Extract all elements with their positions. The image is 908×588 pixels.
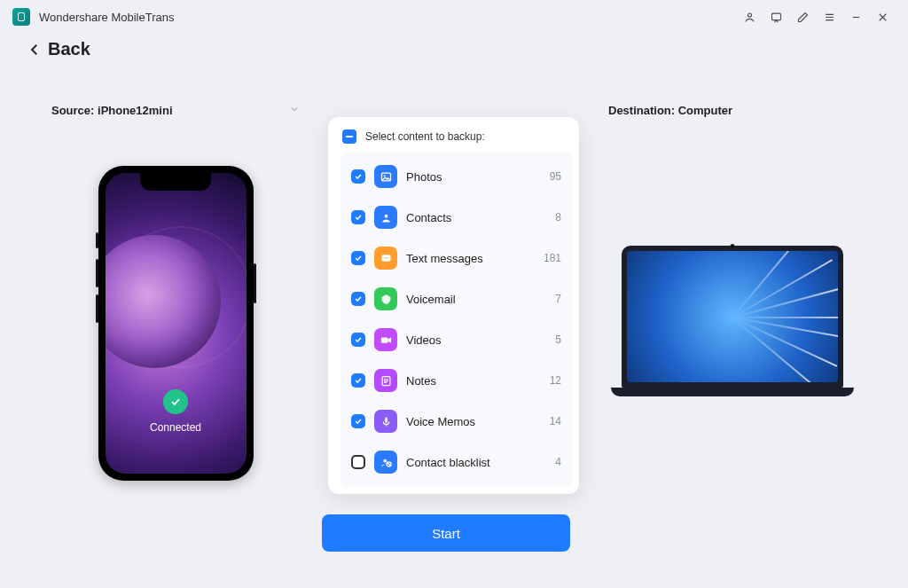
item-checkbox[interactable] xyxy=(351,455,365,469)
list-item[interactable]: Calendar7 xyxy=(344,482,568,487)
photos-icon xyxy=(374,165,397,188)
list-item[interactable]: Voice Memos14 xyxy=(344,401,568,442)
item-count: 95 xyxy=(550,170,561,183)
item-checkbox[interactable] xyxy=(351,333,365,347)
voicememo-icon xyxy=(374,410,397,433)
list-item[interactable]: Contacts8 xyxy=(344,197,568,238)
source-column: Source: iPhone12mini xyxy=(51,104,300,481)
svg-rect-10 xyxy=(380,337,387,342)
content-panel: Select content to backup: Photos95Contac… xyxy=(328,117,579,494)
messages-icon xyxy=(374,247,397,270)
item-count: 4 xyxy=(555,456,561,468)
connection-status: Connected xyxy=(150,389,201,434)
item-label: Text messages xyxy=(406,252,535,265)
menu-icon[interactable] xyxy=(816,4,842,30)
source-device-image: Connected xyxy=(98,166,254,481)
item-label: Voice Memos xyxy=(406,415,541,428)
item-checkbox[interactable] xyxy=(351,373,365,388)
chevron-down-icon xyxy=(289,104,300,117)
notes-icon xyxy=(374,369,397,392)
svg-point-1 xyxy=(748,13,751,17)
item-label: Contact blacklist xyxy=(406,456,546,469)
svg-rect-2 xyxy=(771,13,780,20)
item-label: Photos xyxy=(406,170,541,184)
close-button[interactable] xyxy=(869,4,896,30)
item-count: 7 xyxy=(555,293,561,305)
check-icon xyxy=(163,389,188,414)
blacklist-icon xyxy=(374,451,397,474)
select-all-checkbox[interactable] xyxy=(342,129,356,144)
list-item[interactable]: Text messages181 xyxy=(344,238,568,278)
item-count: 181 xyxy=(544,252,561,264)
svg-rect-0 xyxy=(19,13,25,21)
destination-device: Computer xyxy=(678,104,732,117)
item-checkbox[interactable] xyxy=(351,210,365,224)
item-count: 8 xyxy=(555,211,561,223)
source-select[interactable]: Source: iPhone12mini xyxy=(51,104,300,117)
app-title: Wondershare MobileTrans xyxy=(39,11,174,24)
destination-prefix: Destination: xyxy=(608,104,678,117)
source-prefix: Source: xyxy=(51,104,98,117)
destination-column: Destination: Computer xyxy=(608,104,857,396)
title-bar: Wondershare MobileTrans xyxy=(0,0,908,34)
list-item[interactable]: Videos5 xyxy=(344,319,568,360)
feedback-icon[interactable] xyxy=(763,4,789,30)
item-label: Voicemail xyxy=(406,293,546,306)
panel-title: Select content to backup: xyxy=(365,130,485,143)
destination-label: Destination: Computer xyxy=(608,104,857,117)
svg-point-8 xyxy=(385,257,386,258)
app-logo-icon xyxy=(12,8,30,26)
svg-point-5 xyxy=(384,214,387,217)
item-count: 12 xyxy=(550,374,561,387)
item-label: Contacts xyxy=(406,211,546,224)
videos-icon xyxy=(374,328,397,351)
voicemail-icon xyxy=(374,287,397,310)
status-text: Connected xyxy=(150,421,201,434)
item-checkbox[interactable] xyxy=(351,251,365,265)
item-count: 5 xyxy=(555,333,561,346)
svg-point-13 xyxy=(383,459,387,462)
list-item[interactable]: Photos95 xyxy=(344,156,568,197)
svg-rect-12 xyxy=(385,417,387,422)
minimize-button[interactable] xyxy=(842,4,869,30)
svg-point-7 xyxy=(384,257,385,258)
start-button[interactable]: Start xyxy=(322,514,570,552)
svg-point-9 xyxy=(387,257,387,258)
svg-point-4 xyxy=(383,175,385,176)
list-item[interactable]: Voicemail7 xyxy=(344,278,568,319)
item-checkbox[interactable] xyxy=(351,414,365,428)
back-button[interactable]: Back xyxy=(27,39,90,59)
list-item[interactable]: Notes12 xyxy=(344,360,568,401)
contacts-icon xyxy=(374,206,397,229)
content-list[interactable]: Photos95Contacts8Text messages181Voicema… xyxy=(340,153,572,487)
source-device: iPhone12mini xyxy=(98,104,173,117)
item-label: Videos xyxy=(406,333,546,347)
item-checkbox[interactable] xyxy=(351,292,365,306)
back-label: Back xyxy=(48,39,90,59)
edit-icon[interactable] xyxy=(789,4,816,30)
list-item[interactable]: Contact blacklist4 xyxy=(344,442,568,482)
item-checkbox[interactable] xyxy=(351,169,365,184)
account-icon[interactable] xyxy=(736,4,763,30)
item-count: 14 xyxy=(550,415,561,427)
destination-device-image xyxy=(622,246,843,396)
item-label: Notes xyxy=(406,374,541,388)
